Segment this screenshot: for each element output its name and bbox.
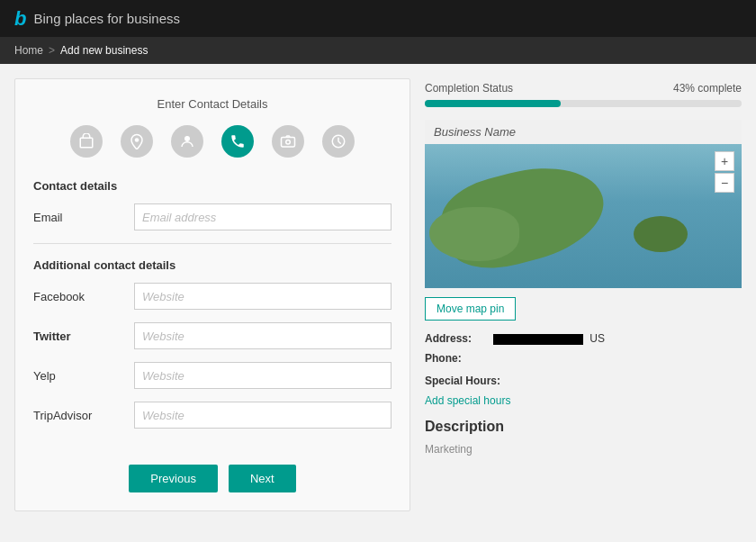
main-content: Enter Contact Details Contact detail bbox=[0, 64, 756, 526]
breadcrumb-current: Add new business bbox=[60, 44, 148, 57]
email-input[interactable] bbox=[134, 203, 392, 230]
app-header: b Bing places for business bbox=[0, 0, 756, 37]
map-island-3 bbox=[634, 216, 688, 252]
additional-section-label: Additional contact details bbox=[33, 258, 392, 272]
map-business-name: Business Name bbox=[434, 125, 516, 139]
next-button[interactable]: Next bbox=[229, 465, 296, 492]
progress-bar-fill bbox=[425, 100, 561, 107]
address-country: US bbox=[590, 332, 605, 345]
breadcrumb: Home > Add new business bbox=[0, 37, 756, 64]
map-title-bar: Business Name bbox=[425, 120, 742, 144]
step-icon-business bbox=[70, 125, 103, 158]
step-icons bbox=[33, 125, 392, 158]
yelp-label: Yelp bbox=[33, 369, 123, 383]
svg-rect-3 bbox=[282, 138, 295, 148]
completion-label: Completion Status bbox=[425, 82, 513, 95]
step-icon-photo bbox=[272, 125, 304, 158]
email-row: Email bbox=[33, 203, 392, 230]
description-heading: Description bbox=[425, 414, 742, 440]
step-icon-user bbox=[171, 125, 203, 158]
step-icon-contact bbox=[221, 125, 254, 158]
email-label: Email bbox=[33, 211, 123, 224]
map-controls: + − bbox=[715, 151, 734, 193]
step-title: Enter Contact Details bbox=[33, 97, 392, 111]
business-info: Address: US Phone: Special Hours: Add sp… bbox=[425, 330, 742, 460]
add-special-hours-link[interactable]: Add special hours bbox=[425, 394, 510, 407]
twitter-label: Twitter bbox=[33, 330, 123, 343]
yelp-input[interactable] bbox=[134, 362, 392, 389]
zoom-out-button[interactable]: − bbox=[715, 173, 734, 193]
phone-row: Phone: bbox=[425, 349, 742, 369]
previous-button[interactable]: Previous bbox=[129, 465, 218, 492]
svg-point-1 bbox=[135, 138, 140, 142]
facebook-row: Facebook bbox=[33, 283, 392, 310]
svg-point-2 bbox=[184, 136, 190, 141]
yelp-row: Yelp bbox=[33, 362, 392, 389]
svg-rect-0 bbox=[80, 138, 93, 148]
completion-percent: 43% complete bbox=[673, 82, 742, 95]
phone-label: Phone: bbox=[425, 349, 488, 369]
app-title: Bing places for business bbox=[33, 11, 180, 26]
right-panel: Completion Status 43% complete Business … bbox=[425, 78, 742, 511]
map-preview: + − bbox=[425, 144, 742, 288]
section-divider bbox=[33, 243, 392, 244]
bing-logo: b bbox=[14, 7, 26, 31]
tripadvisor-label: TripAdvisor bbox=[33, 409, 123, 422]
address-value: US bbox=[493, 330, 605, 349]
completion-header: Completion Status 43% complete bbox=[425, 82, 742, 95]
description-sub: Marketing bbox=[425, 440, 742, 460]
breadcrumb-home[interactable]: Home bbox=[14, 44, 43, 57]
svg-point-4 bbox=[286, 140, 291, 145]
breadcrumb-separator: > bbox=[49, 44, 55, 57]
left-panel: Enter Contact Details Contact detail bbox=[14, 78, 410, 511]
twitter-input[interactable] bbox=[134, 322, 392, 349]
tripadvisor-row: TripAdvisor bbox=[33, 402, 392, 429]
progress-bar bbox=[425, 100, 742, 107]
step-icon-location bbox=[121, 125, 153, 158]
address-label: Address: bbox=[425, 330, 488, 349]
move-pin-button[interactable]: Move map pin bbox=[425, 297, 516, 321]
button-row: Previous Next bbox=[33, 465, 392, 492]
twitter-row: Twitter bbox=[33, 322, 392, 349]
zoom-in-button[interactable]: + bbox=[715, 151, 734, 171]
address-row: Address: US bbox=[425, 330, 742, 349]
facebook-label: Facebook bbox=[33, 290, 123, 303]
address-redacted bbox=[493, 334, 583, 345]
tripadvisor-input[interactable] bbox=[134, 402, 392, 429]
map-island-2 bbox=[429, 207, 519, 261]
special-hours-label: Special Hours: bbox=[425, 372, 742, 392]
facebook-input[interactable] bbox=[134, 283, 392, 310]
contact-section-label: Contact details bbox=[33, 179, 392, 193]
special-hours-section: Special Hours: Add special hours bbox=[425, 372, 742, 411]
step-icon-hours bbox=[322, 125, 355, 158]
